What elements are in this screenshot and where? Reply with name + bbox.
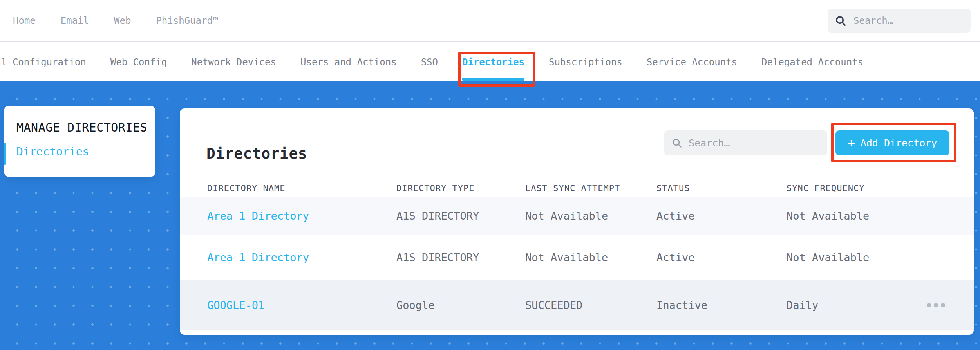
row-actions-menu[interactable] [924,303,974,307]
status-cell: Active [656,210,787,222]
tab-directories[interactable]: Directories [462,43,524,81]
global-search-input[interactable] [853,15,964,27]
sidebar-item-directories[interactable]: Directories [4,145,155,158]
table-row: GOOGLE-01 Google SUCCEEDED Inactive Dail… [180,280,974,330]
directories-table: DIRECTORY NAME DIRECTORY TYPE LAST SYNC … [180,179,974,330]
sync-frequency-cell: Not Available [787,210,924,222]
table-header-row: DIRECTORY NAME DIRECTORY TYPE LAST SYNC … [180,179,974,197]
tab-service-accounts[interactable]: Service Accounts [647,43,737,81]
ellipsis-icon [934,303,938,307]
sidebar-title: MANAGE DIRECTORIES [4,106,155,134]
plus-icon: + [848,137,855,149]
column-header-last-sync-attempt: LAST SYNC ATTEMPT [525,183,656,193]
last-sync-cell: SUCCEEDED [525,299,656,311]
table-row: Area 1 Directory A1S_DIRECTORY Not Avail… [180,235,974,280]
directory-type-cell: A1S_DIRECTORY [396,251,525,263]
tab-delegated-accounts[interactable]: Delegated Accounts [761,43,863,81]
nav-item-web[interactable]: Web [114,15,131,26]
last-sync-cell: Not Available [525,251,656,263]
last-sync-cell: Not Available [525,210,656,222]
table-row: Area 1 Directory A1S_DIRECTORY Not Avail… [180,197,974,235]
status-cell: Active [656,251,787,263]
status-cell: Inactive [656,299,787,311]
tab-email-configuration[interactable]: l Configuration [1,43,86,81]
column-header-directory-type: DIRECTORY TYPE [396,183,525,193]
nav-item-email[interactable]: Email [61,15,89,26]
nav-item-home[interactable]: Home [13,15,36,26]
add-directory-button[interactable]: + Add Directory [835,130,949,155]
page-title: Directories [206,145,307,162]
active-tab-underline [462,78,524,81]
column-header-directory-name: DIRECTORY NAME [207,183,396,193]
top-navigation-bar: Home Email Web PhishGuard™ [0,0,980,42]
sidebar-item-label: Directories [16,145,89,158]
settings-tab-bar: l Configuration Web Config Network Devic… [0,43,980,81]
nav-item-phishguard[interactable]: PhishGuard™ [156,15,218,26]
column-header-sync-frequency: SYNC FREQUENCY [787,183,924,193]
add-directory-label: Add Directory [861,137,937,149]
directory-type-cell: A1S_DIRECTORY [396,210,525,222]
directory-name-link[interactable]: GOOGLE-01 [207,299,396,311]
directory-name-link[interactable]: Area 1 Directory [207,210,396,222]
tab-network-devices[interactable]: Network Devices [191,43,276,81]
search-icon [835,15,846,27]
manage-directories-card: MANAGE DIRECTORIES Directories [4,106,155,177]
phishguard-directories-page: Home Email Web PhishGuard™ l Configurati… [0,0,980,350]
tab-users-and-actions[interactable]: Users and Actions [300,43,397,81]
ellipsis-icon [927,303,931,307]
column-header-status: STATUS [656,183,787,193]
primary-nav: Home Email Web PhishGuard™ [0,15,218,26]
directories-panel: Directories + Add Directory DIRECTORY NA… [180,108,974,335]
content-area: MANAGE DIRECTORIES Directories Directori… [0,81,980,350]
directories-search-box[interactable] [664,130,827,155]
ellipsis-icon [941,303,945,307]
tab-web-config[interactable]: Web Config [110,43,167,81]
tab-directories-label: Directories [462,57,524,68]
sidebar-active-indicator [4,143,6,165]
sync-frequency-cell: Not Available [787,251,924,263]
directory-type-cell: Google [396,299,525,311]
tab-sso[interactable]: SSO [421,43,438,81]
sync-frequency-cell: Daily [787,299,924,311]
directory-name-link[interactable]: Area 1 Directory [207,251,396,263]
directories-search-input[interactable] [688,137,820,149]
tab-subscriptions[interactable]: Subscriptions [549,43,622,81]
global-search-box[interactable] [828,9,971,33]
search-icon [671,137,682,148]
